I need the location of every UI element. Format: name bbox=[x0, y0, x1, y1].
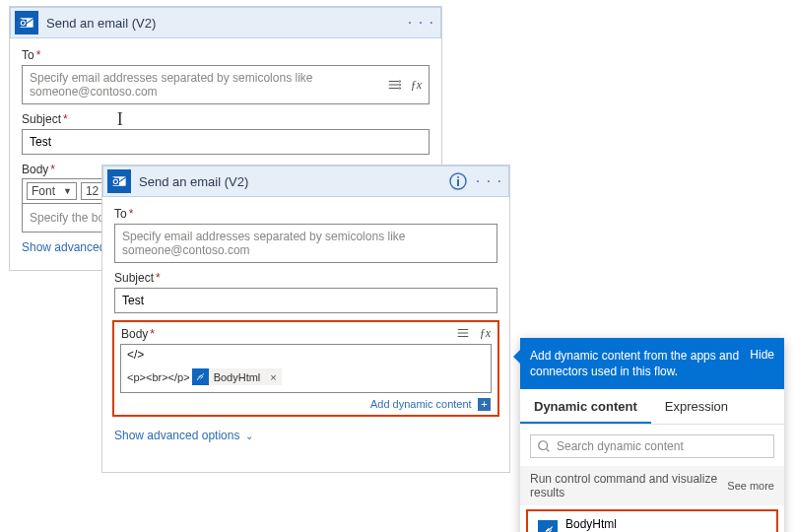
body-code-area[interactable]: </> <p><br></p> BodyHtml × bbox=[120, 344, 492, 393]
tab-dynamic-content[interactable]: Dynamic content bbox=[520, 389, 651, 424]
token-remove-icon[interactable]: × bbox=[265, 371, 281, 383]
section-header: Run control command and visualize result… bbox=[520, 466, 784, 505]
font-selector[interactable]: Font▼ bbox=[27, 182, 77, 200]
fx-icon[interactable]: ƒx bbox=[411, 78, 422, 93]
add-dynamic-content-link[interactable]: Add dynamic content bbox=[370, 398, 472, 410]
fx-icon[interactable]: ƒx bbox=[480, 326, 491, 341]
body-label: Body* bbox=[121, 327, 456, 341]
panel-tabs: Dynamic content Expression bbox=[520, 389, 784, 425]
bodyhtml-token[interactable]: BodyHtml × bbox=[192, 368, 282, 385]
outlook-icon bbox=[107, 169, 131, 193]
see-more-link[interactable]: See more bbox=[727, 480, 774, 492]
connector-icon bbox=[192, 368, 209, 385]
to-label: To* bbox=[114, 207, 497, 221]
svg-point-15 bbox=[539, 441, 548, 450]
search-input[interactable]: Search dynamic content bbox=[530, 434, 774, 458]
chevron-down-icon: ⌄ bbox=[245, 431, 253, 441]
dynamic-content-icon[interactable] bbox=[456, 326, 470, 341]
tab-expression[interactable]: Expression bbox=[651, 389, 742, 424]
body-fieldset-highlight: Body* ƒx </> <p><br></p> BodyHtml × bbox=[112, 320, 499, 417]
overflow-menu-icon[interactable]: · · · bbox=[476, 172, 502, 190]
to-input[interactable]: Specify email addresses separated by sem… bbox=[22, 65, 430, 104]
email-card-expanded: Send an email (V2) · · · To* Specify ema… bbox=[101, 165, 510, 473]
connector-icon bbox=[538, 520, 558, 532]
card-title: Send an email (V2) bbox=[139, 174, 448, 189]
panel-header: Add dynamic content from the apps and co… bbox=[520, 338, 784, 389]
add-dynamic-content-row: Add dynamic content + bbox=[114, 395, 497, 415]
card-header[interactable]: Send an email (V2) · · · bbox=[10, 7, 441, 38]
panel-arrow bbox=[513, 350, 520, 364]
to-input[interactable]: Specify email addresses separated by sem… bbox=[114, 224, 497, 263]
card-title: Send an email (V2) bbox=[46, 16, 408, 31]
overflow-menu-icon[interactable]: · · · bbox=[408, 14, 434, 32]
info-icon[interactable] bbox=[448, 171, 468, 191]
text-cursor-icon: I bbox=[117, 113, 123, 125]
show-advanced-link[interactable]: Show advanced options ⌄ bbox=[114, 421, 497, 452]
subject-input[interactable]: Test bbox=[114, 288, 497, 313]
subject-label: Subject* bbox=[114, 271, 497, 285]
plus-icon[interactable]: + bbox=[478, 398, 491, 411]
subject-input[interactable]: Test bbox=[22, 129, 430, 155]
svg-rect-14 bbox=[457, 179, 459, 186]
dynamic-content-panel: Add dynamic content from the apps and co… bbox=[520, 338, 784, 532]
card-header[interactable]: Send an email (V2) · · · bbox=[102, 166, 509, 197]
search-icon bbox=[537, 439, 551, 453]
outlook-icon bbox=[15, 11, 38, 34]
hide-link[interactable]: Hide bbox=[750, 348, 774, 379]
dynamic-content-icon[interactable] bbox=[387, 78, 401, 93]
to-label: To* bbox=[22, 48, 430, 62]
svg-point-13 bbox=[457, 176, 459, 178]
subject-label: Subject* I bbox=[22, 112, 430, 126]
bodyhtml-item[interactable]: BodyHtml The body of the result in html … bbox=[526, 509, 778, 532]
